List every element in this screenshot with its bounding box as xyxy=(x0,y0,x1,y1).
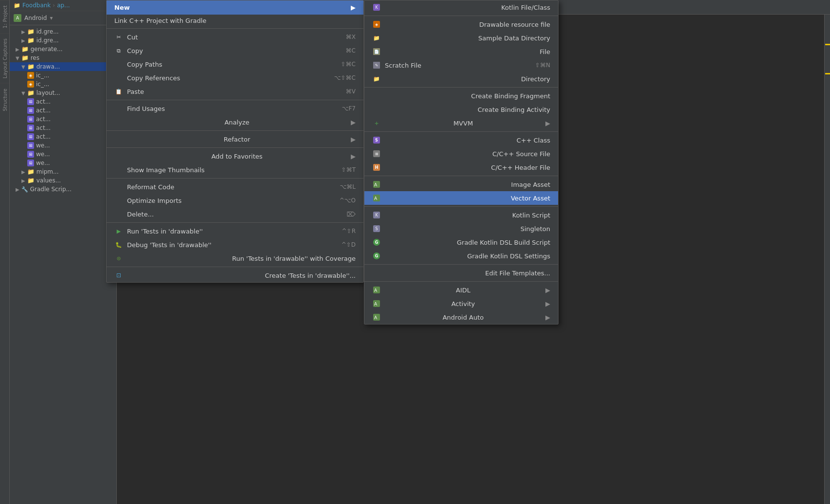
item-label: act... xyxy=(36,116,51,123)
tree-content: ▶ 📁 id.gre... ▶ 📁 id.gre... ▶ 📁 generate… xyxy=(10,25,116,504)
menu-item-optimize[interactable]: Optimize Imports ^⌥O xyxy=(107,194,363,207)
android-label[interactable]: Android xyxy=(24,15,47,21)
menu-item-file[interactable]: 📄 File xyxy=(364,45,558,58)
folder-purple: 📁 xyxy=(21,46,29,53)
dropdown-arrow[interactable]: ▾ xyxy=(50,15,53,21)
project-tab-label[interactable]: 1: Project xyxy=(0,0,9,33)
tree-item-act5[interactable]: ⊞ act... xyxy=(10,132,116,141)
menu-item-gradle-kotlin-settings[interactable]: G Gradle Kotlin DSL Settings xyxy=(364,249,558,263)
menu-item-find-usages[interactable]: Find Usages ⌥F7 xyxy=(107,102,363,115)
menu-item-paste[interactable]: 📋 Paste ⌘V xyxy=(107,85,363,98)
tree-item-we3[interactable]: ⊞ we... xyxy=(10,159,116,167)
layout-captures-label[interactable]: Layout Captures xyxy=(0,33,9,83)
menu-item-create-tests[interactable]: ⊡ Create 'Tests in 'drawable''... xyxy=(107,269,363,282)
tree-item-gradle[interactable]: ▶ 🔧 Gradle Scrip... xyxy=(10,185,116,194)
menu-item-delete[interactable]: Delete... ⌦ xyxy=(107,207,363,221)
breadcrumb-foodbank[interactable]: Foodbank xyxy=(22,2,51,9)
item-label: we... xyxy=(36,142,50,149)
tree-item-drawable[interactable]: ▼ 📁 drawa... xyxy=(10,62,116,71)
menu-item-directory[interactable]: 📁 Directory xyxy=(364,72,558,86)
item-label: act... xyxy=(36,133,51,140)
tree-item-ic1[interactable]: ◈ ic_... xyxy=(10,71,116,80)
menu-item-cut[interactable]: ✂ Cut ⌘X xyxy=(107,30,363,44)
folder-icon-blue: 📁 xyxy=(27,37,35,44)
menu-item-link-cpp[interactable]: Link C++ Project with Gradle xyxy=(107,15,363,27)
debug-tests-label: Debug 'Tests in 'drawable'' xyxy=(127,241,212,249)
menu-item-binding-activity[interactable]: Create Binding Activity xyxy=(364,103,558,116)
menu-item-android-auto[interactable]: A Android Auto ▶ xyxy=(364,310,558,324)
menu-item-aidl[interactable]: A AIDL ▶ xyxy=(364,283,558,297)
menu-item-copy[interactable]: ⧉ Copy ⌘C xyxy=(107,44,363,57)
res-file-icon: ⊞ xyxy=(27,160,34,166)
menu-item-gradle-kotlin-dsl[interactable]: G Gradle Kotlin DSL Build Script xyxy=(364,235,558,249)
menu-item-show-thumbnails[interactable]: Show Image Thumbnails ⇧⌘T xyxy=(107,163,363,177)
cpp-header-icon: H xyxy=(372,163,381,172)
tree-item-idgre1[interactable]: ▶ 📁 id.gre... xyxy=(10,27,116,36)
separator-r3 xyxy=(364,131,558,132)
vector-asset-label: Vector Asset xyxy=(511,195,550,202)
menu-item-scratch-file[interactable]: ✎ Scratch File ⇧⌘N xyxy=(364,58,558,72)
menu-item-reformat[interactable]: Reformat Code ⌥⌘L xyxy=(107,180,363,194)
folder-icon-blue: 📁 xyxy=(27,168,35,175)
android-activity-icon: A xyxy=(372,299,381,308)
tree-item-ic2[interactable]: ◈ ic_... xyxy=(10,80,116,89)
delete-label: Delete... xyxy=(127,211,154,218)
coverage-icon: ⊛ xyxy=(114,254,123,263)
tree-item-idgre2[interactable]: ▶ 📁 id.gre... xyxy=(10,36,116,45)
tree-item-mipmap[interactable]: ▶ 📁 mipm... xyxy=(10,167,116,176)
menu-item-cpp-class[interactable]: S C++ Class xyxy=(364,133,558,147)
menu-item-refactor[interactable]: Refactor ▶ xyxy=(107,132,363,146)
kotlin-icon: K xyxy=(372,3,381,12)
refactor-label: Refactor xyxy=(224,136,251,143)
singleton-label: Singleton xyxy=(521,225,550,233)
item-label: ic_... xyxy=(36,72,49,79)
structure-label[interactable]: Structure xyxy=(0,83,9,116)
menu-item-copy-paths[interactable]: Copy Paths ⇧⌘C xyxy=(107,57,363,71)
binding-activity-label: Create Binding Activity xyxy=(478,106,550,113)
tree-item-act2[interactable]: ⊞ act... xyxy=(10,106,116,115)
tree-item-generate[interactable]: ▶ 📁 generate... xyxy=(10,45,116,54)
tree-item-act4[interactable]: ⊞ act... xyxy=(10,124,116,132)
tree-item-act3[interactable]: ⊞ act... xyxy=(10,115,116,124)
res-file-icon: ⊞ xyxy=(27,116,34,123)
directory-label: Directory xyxy=(521,75,550,83)
analyze-label: Analyze xyxy=(224,119,249,126)
menu-item-binding-fragment[interactable]: Create Binding Fragment xyxy=(364,89,558,103)
menu-item-kotlin-script[interactable]: K Kotlin Script xyxy=(364,208,558,222)
menu-item-run-tests[interactable]: ▶ Run 'Tests in 'drawable'' ^⇧R xyxy=(107,224,363,238)
res-file-icon: ⊞ xyxy=(27,125,34,131)
item-label: res xyxy=(31,54,39,61)
edit-templates-label: Edit File Templates... xyxy=(485,270,550,277)
menu-item-debug-tests[interactable]: 🐛 Debug 'Tests in 'drawable'' ^⇧D xyxy=(107,238,363,252)
menu-item-drawable-res[interactable]: ◈ Drawable resource file xyxy=(364,18,558,31)
menu-item-singleton[interactable]: S Singleton xyxy=(364,222,558,235)
copy-refs-label: Copy References xyxy=(127,74,180,82)
tree-item-values[interactable]: ▶ 📁 values... xyxy=(10,176,116,185)
menu-item-mvvm[interactable]: + MVVM ▶ xyxy=(364,116,558,130)
menu-item-add-favorites[interactable]: Add to Favorites ▶ xyxy=(107,149,363,163)
menu-item-vector-asset[interactable]: A Vector Asset xyxy=(364,191,558,205)
item-label: drawa... xyxy=(36,63,60,70)
item-label: act... xyxy=(36,98,51,105)
tree-item-res[interactable]: ▼ 📁 res xyxy=(10,54,116,62)
menu-item-copy-refs[interactable]: Copy References ⌥⇧⌘C xyxy=(107,71,363,85)
tree-item-we1[interactable]: ⊞ we... xyxy=(10,141,116,150)
menu-item-edit-templates[interactable]: Edit File Templates... xyxy=(364,266,558,280)
menu-item-cpp-source[interactable]: ⊞ C/C++ Source File xyxy=(364,147,558,161)
breadcrumb-ap[interactable]: ap... xyxy=(57,2,70,9)
folder-icon-blue: 📁 xyxy=(27,28,35,35)
menu-item-analyze[interactable]: Analyze ▶ xyxy=(107,115,363,129)
menu-item-run-coverage[interactable]: ⊛ Run 'Tests in 'drawable'' with Coverag… xyxy=(107,252,363,265)
tree-item-act1[interactable]: ⊞ act... xyxy=(10,97,116,106)
menu-item-activity[interactable]: A Activity ▶ xyxy=(364,297,558,310)
menu-item-cpp-header[interactable]: H C/C++ Header File xyxy=(364,161,558,174)
tree-item-layout[interactable]: ▼ 📁 layout... xyxy=(10,89,116,97)
copy-icon: ⧉ xyxy=(114,46,123,55)
mvvm-arrow: ▶ xyxy=(545,120,550,127)
tree-item-we2[interactable]: ⊞ we... xyxy=(10,150,116,159)
menu-item-kotlin-file[interactable]: K Kotlin File/Class xyxy=(364,0,558,14)
binding-activity-spacer xyxy=(372,105,381,114)
menu-item-sample-data[interactable]: 📁 Sample Data Directory xyxy=(364,31,558,45)
item-label: mipm... xyxy=(36,168,59,175)
menu-item-image-asset[interactable]: A Image Asset xyxy=(364,178,558,191)
